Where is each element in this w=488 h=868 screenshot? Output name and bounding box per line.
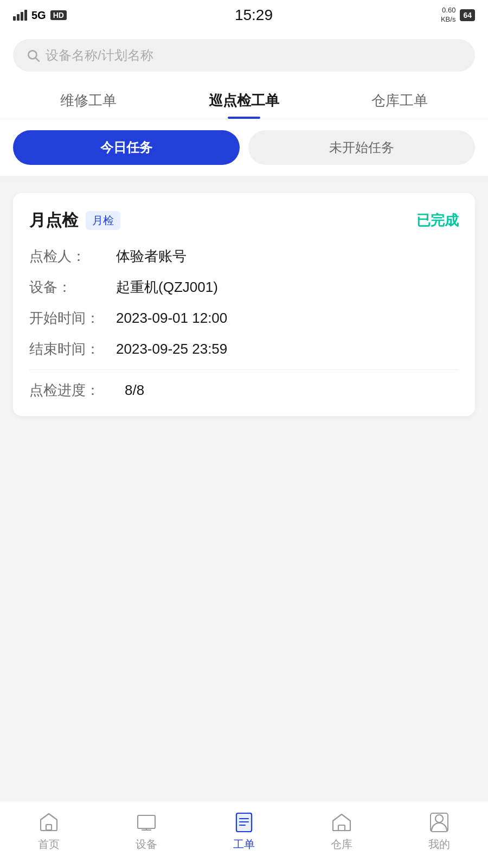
section-divider bbox=[0, 176, 488, 182]
warehouse-icon bbox=[330, 810, 354, 834]
status-left: 5G HD bbox=[13, 9, 67, 22]
signal-icon bbox=[13, 10, 27, 21]
field-end-time: 结束时间： 2023-09-25 23:59 bbox=[29, 340, 459, 359]
sub-tab-unstarted[interactable]: 未开始任务 bbox=[248, 130, 475, 165]
card-fields: 点检人： 体验者账号 设备： 起重机(QZJ001) 开始时间： 2023-09… bbox=[29, 247, 459, 359]
field-start-time: 开始时间： 2023-09-01 12:00 bbox=[29, 309, 459, 328]
tab-repair[interactable]: 维修工单 bbox=[11, 80, 166, 119]
bottom-nav: 首页 设备 工单 bbox=[0, 801, 488, 868]
card-container: 月点检 月检 已完成 点检人： 体验者账号 设备： 起重机(QZJ001) 开始… bbox=[0, 182, 488, 427]
network-speed: 0.60 KB/s bbox=[441, 6, 455, 24]
inspector-value: 体验者账号 bbox=[116, 247, 187, 266]
battery-level: 64 bbox=[460, 9, 475, 21]
hd-badge: HD bbox=[50, 10, 67, 20]
equipment-label: 设备： bbox=[29, 278, 116, 297]
main-tabs: 维修工单 巡点检工单 仓库工单 bbox=[0, 80, 488, 119]
battery-icon: 64 bbox=[460, 9, 475, 21]
status-right: 0.60 KB/s 64 bbox=[441, 6, 475, 24]
equipment-value: 起重机(QZJ001) bbox=[116, 278, 218, 297]
work-card[interactable]: 月点检 月检 已完成 点检人： 体验者账号 设备： 起重机(QZJ001) 开始… bbox=[13, 193, 475, 416]
workorder-icon bbox=[232, 810, 256, 834]
svg-rect-2 bbox=[46, 825, 52, 830]
svg-rect-3 bbox=[138, 815, 155, 828]
sub-tab-today[interactable]: 今日任务 bbox=[13, 130, 240, 165]
search-placeholder: 设备名称/计划名称 bbox=[46, 47, 153, 64]
nav-label-warehouse: 仓库 bbox=[331, 837, 352, 852]
search-box[interactable]: 设备名称/计划名称 bbox=[13, 39, 475, 72]
nav-label-equipment: 设备 bbox=[136, 837, 157, 852]
field-equipment: 设备： 起重机(QZJ001) bbox=[29, 278, 459, 297]
nav-label-workorder: 工单 bbox=[233, 837, 255, 852]
svg-line-1 bbox=[36, 58, 39, 61]
start-value: 2023-09-01 12:00 bbox=[116, 310, 227, 327]
card-header: 月点检 月检 已完成 bbox=[29, 209, 459, 232]
card-type-badge: 月检 bbox=[86, 211, 120, 230]
sub-tabs: 今日任务 未开始任务 bbox=[0, 119, 488, 176]
mine-icon bbox=[427, 810, 451, 834]
nav-item-equipment[interactable]: 设备 bbox=[119, 810, 174, 852]
progress-value: 8/8 bbox=[125, 382, 144, 399]
nav-item-workorder[interactable]: 工单 bbox=[217, 810, 271, 852]
card-status: 已完成 bbox=[416, 211, 459, 230]
equipment-icon bbox=[134, 810, 158, 834]
svg-rect-14 bbox=[338, 825, 345, 831]
end-label: 结束时间： bbox=[29, 340, 116, 359]
nav-item-warehouse[interactable]: 仓库 bbox=[314, 810, 369, 852]
field-inspector: 点检人： 体验者账号 bbox=[29, 247, 459, 266]
card-title-group: 月点检 月检 bbox=[29, 209, 120, 232]
end-value: 2023-09-25 23:59 bbox=[116, 341, 227, 358]
svg-point-15 bbox=[435, 815, 443, 822]
card-title: 月点检 bbox=[29, 209, 78, 232]
start-label: 开始时间： bbox=[29, 309, 116, 328]
status-time: 15:29 bbox=[235, 7, 273, 24]
network-type: 5G bbox=[31, 9, 46, 22]
progress-row: 点检进度： 8/8 bbox=[29, 381, 459, 400]
nav-item-home[interactable]: 首页 bbox=[22, 810, 76, 852]
nav-label-home: 首页 bbox=[38, 837, 60, 852]
search-icon bbox=[26, 48, 40, 62]
inspector-label: 点检人： bbox=[29, 247, 116, 266]
card-divider bbox=[29, 369, 459, 370]
progress-label: 点检进度： bbox=[29, 381, 116, 400]
status-bar: 5G HD 15:29 0.60 KB/s 64 bbox=[0, 0, 488, 30]
search-container: 设备名称/计划名称 bbox=[0, 30, 488, 80]
nav-label-mine: 我的 bbox=[428, 837, 450, 852]
tab-warehouse[interactable]: 仓库工单 bbox=[322, 80, 477, 119]
nav-item-mine[interactable]: 我的 bbox=[412, 810, 466, 852]
home-icon bbox=[37, 810, 61, 834]
tab-patrol[interactable]: 巡点检工单 bbox=[166, 80, 322, 119]
